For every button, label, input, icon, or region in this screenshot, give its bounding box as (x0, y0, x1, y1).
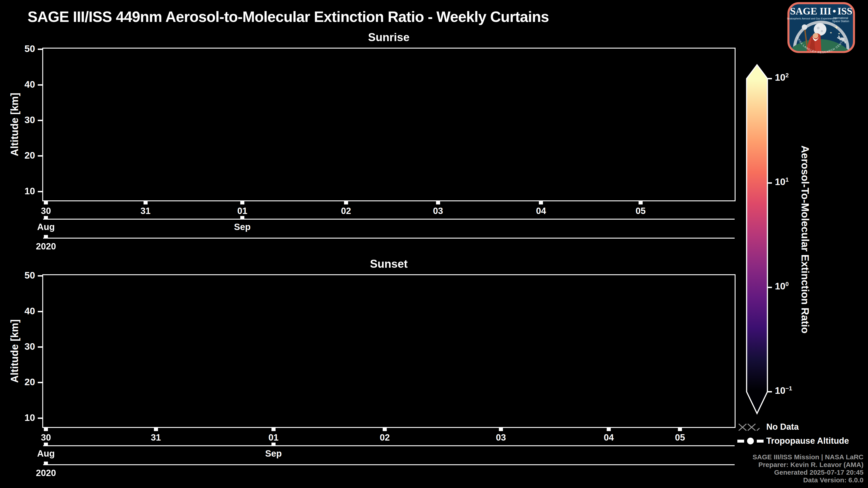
y-tick-label: 50 (12, 43, 35, 54)
legend-label-tropopause: Tropopause Altitude (766, 436, 849, 446)
sunset-panel-title: Sunset (321, 257, 457, 270)
x-tick-mark (272, 428, 276, 431)
x-tick-mark (383, 428, 387, 431)
credit-line: Preparer: Kevin R. Leavor (AMA) (723, 461, 864, 468)
x-tick-mark (44, 201, 48, 204)
legend-item-tropopause: Tropopause Altitude (737, 436, 864, 447)
year-tick-label: 2020 (30, 468, 62, 478)
month-tick-mark (44, 216, 48, 219)
page-title: SAGE III/ISS 449nm Aerosol-to-Molecular … (28, 8, 549, 25)
credit-line: Generated 2025-07-17 20:45 (723, 468, 864, 476)
colorbar-tick-mark (768, 78, 772, 79)
y-tick-label: 50 (12, 270, 35, 281)
credit-line: Data Version: 6.0.0 (723, 476, 864, 484)
logo-title: SAGE III•ISS (790, 6, 852, 17)
colorbar-tick-label: 10−1 (775, 385, 792, 396)
year-tick-mark (44, 462, 48, 464)
sage-iii-iss-logo: ✦ ✦ ✦ SAGE III•ISS Stratospheric Aerosol… (787, 2, 855, 53)
x-tick-label: 04 (530, 206, 552, 216)
colorbar (745, 64, 779, 416)
logo-moon-crater (817, 27, 819, 29)
x-tick-mark (154, 428, 158, 431)
logo-star-icon: ✦ (834, 24, 839, 31)
month-tick-label: Sep (226, 222, 258, 232)
tropopause-dash-dot-icon (737, 436, 765, 446)
x-tick-label: 01 (262, 432, 285, 443)
month-tick-label: Aug (30, 222, 62, 232)
month-tick-mark (272, 443, 276, 445)
y-tick-label: 20 (12, 150, 35, 161)
x-tick-mark (240, 201, 244, 204)
y-tick-mark (38, 418, 42, 419)
x-tick-mark (44, 428, 48, 431)
x-tick-mark (344, 201, 348, 204)
x-tick-label: 02 (373, 432, 396, 443)
colorbar-tick-mark (768, 391, 772, 392)
year-tick-label: 2020 (30, 241, 62, 252)
y-tick-mark (38, 346, 42, 348)
colorbar-ticks (768, 78, 772, 392)
sunrise-panel-frame (42, 48, 736, 201)
y-tick-mark (38, 382, 42, 383)
colorbar-tick-label: 101 (775, 176, 789, 187)
legend-label-no-data: No Data (766, 422, 799, 432)
logo-star-icon: ✦ (830, 31, 832, 35)
colorbar-tick-mark (768, 182, 772, 184)
logo-subtitle-left: Stratospheric Aerosol and Gas Experiment… (787, 17, 836, 20)
y-tick-label: 10 (12, 412, 35, 423)
month-axis-line (43, 219, 735, 220)
x-tick-mark (607, 428, 611, 431)
logo-moon-crater (821, 30, 823, 32)
y-tick-mark (38, 191, 42, 192)
x-tick-mark (499, 428, 503, 431)
year-axis-line (43, 238, 735, 238)
credits-block: SAGE III/ISS Mission | NASA LaRC Prepare… (723, 453, 864, 484)
x-tick-mark (436, 201, 440, 204)
logo-star-icon: ✦ (838, 32, 840, 35)
month-tick-mark (240, 216, 244, 219)
x-tick-label: 31 (134, 206, 157, 216)
x-tick-label: 02 (335, 206, 358, 216)
y-tick-mark (38, 311, 42, 312)
y-tick-label: 20 (12, 377, 35, 387)
sunrise-panel-title: Sunrise (321, 31, 457, 44)
x-tick-label: 03 (490, 432, 512, 443)
y-tick-label: 10 (12, 186, 35, 197)
year-tick-mark (44, 235, 48, 238)
month-tick-label: Aug (30, 449, 62, 459)
x-tick-label: 01 (231, 206, 254, 216)
figure-canvas: SAGE III/ISS 449nm Aerosol-to-Molecular … (0, 0, 868, 488)
legend-item-no-data: No Data (737, 422, 864, 433)
x-tick-label: 31 (145, 432, 167, 443)
y-tick-mark (38, 48, 42, 50)
x-tick-mark (678, 428, 682, 431)
y-tick-mark (38, 275, 42, 276)
y-tick-mark (38, 84, 42, 86)
colorbar-tick-label: 100 (775, 281, 789, 292)
sunset-panel-frame (42, 274, 736, 428)
colorbar-tick-label: 102 (775, 72, 789, 83)
month-tick-label: Sep (258, 449, 289, 459)
x-tick-label: 04 (597, 432, 620, 443)
no-data-hatch-icon (737, 422, 760, 432)
month-axis-line (43, 445, 735, 446)
y-tick-mark (38, 120, 42, 121)
x-tick-mark (144, 201, 148, 204)
x-tick-label: 03 (427, 206, 450, 216)
year-axis-line (43, 464, 735, 465)
y-tick-label: 40 (12, 79, 35, 90)
x-tick-mark (539, 201, 543, 204)
y-tick-mark (38, 155, 42, 157)
x-tick-label: 30 (35, 206, 57, 216)
colorbar-gradient-bar (747, 65, 767, 414)
x-tick-label: 05 (629, 206, 652, 216)
month-tick-mark (44, 443, 48, 445)
colorbar-tick-mark (768, 287, 772, 288)
x-tick-mark (639, 201, 643, 204)
y-tick-label: 30 (12, 115, 35, 125)
y-tick-label: 30 (12, 341, 35, 352)
logo-subtitle-right-2: Space Station (832, 20, 849, 23)
credit-line: SAGE III/ISS Mission | NASA LaRC (723, 453, 864, 461)
x-tick-label: 30 (35, 432, 57, 443)
colorbar-axis-label: Aerosol-To-Molecular Extinction Ratio (799, 145, 811, 333)
